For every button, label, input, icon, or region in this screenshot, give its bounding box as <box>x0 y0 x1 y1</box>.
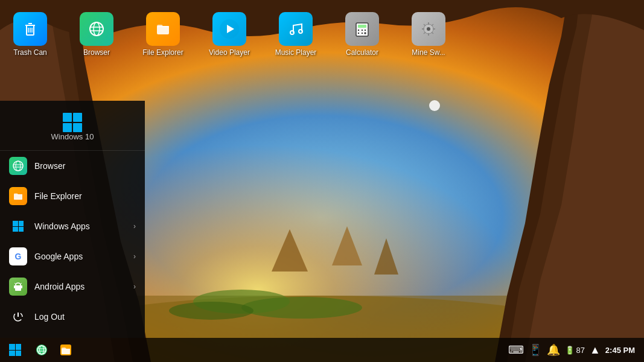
svg-point-4 <box>193 290 290 314</box>
fileexplorer-label: File Explorer <box>142 48 183 57</box>
svg-point-52 <box>16 284 18 285</box>
calculator-icon <box>345 12 379 46</box>
start-menu-item-androidapps[interactable]: Android Apps › <box>0 272 145 302</box>
start-menu-item-fileexplorer[interactable]: File Explorer <box>0 181 145 211</box>
windowsapps-menu-icon <box>9 217 27 235</box>
start-menu-item-browser[interactable]: Browser <box>0 151 145 181</box>
svg-point-7 <box>429 100 440 111</box>
svg-rect-18 <box>157 26 169 34</box>
notification-icon[interactable]: 🔔 <box>547 343 560 357</box>
keyboard-icon[interactable]: ⌨ <box>508 343 524 357</box>
desktop-icon-browser[interactable]: Browser <box>72 12 121 57</box>
svg-rect-49 <box>14 194 22 200</box>
svg-point-14 <box>90 22 103 36</box>
windowsapps-menu-arrow: › <box>133 222 136 230</box>
battery-indicator[interactable]: 🔋 87 <box>565 346 585 355</box>
svg-point-22 <box>299 30 302 33</box>
svg-point-46 <box>16 161 21 171</box>
desktop-icons-container: Trash Can Browser File Explorer <box>0 0 644 57</box>
svg-line-41 <box>424 24 426 26</box>
fileexplorer-menu-label: File Explorer <box>34 191 136 201</box>
svg-line-42 <box>432 32 433 34</box>
desktop-icon-calculator[interactable]: Calculator <box>338 12 386 57</box>
desktop-icon-minesweeper[interactable]: Mine Sw... <box>404 12 453 57</box>
show-hidden-icon[interactable]: ▲ <box>590 344 601 357</box>
desktop-icon-fileexplorer[interactable]: File Explorer <box>139 12 187 57</box>
svg-point-53 <box>19 284 20 285</box>
androidapps-menu-label: Android Apps <box>34 282 133 291</box>
browser-menu-icon <box>9 157 27 175</box>
desktop-icon-videoplayer[interactable]: Video Player <box>205 12 253 57</box>
googleapps-menu-label: Google Apps <box>34 252 133 261</box>
start-button[interactable] <box>3 338 27 362</box>
start-menu-item-googleapps[interactable]: G Google Apps › <box>0 241 145 272</box>
clock-time: 2:45 PM <box>605 346 635 355</box>
windows-logo-large <box>63 113 82 132</box>
windowsapps-menu-label: Windows Apps <box>34 221 133 231</box>
svg-point-5 <box>241 297 362 319</box>
taskbar-pin-browser[interactable] <box>30 338 53 361</box>
musicplayer-label: Music Player <box>275 48 317 57</box>
browser-icon <box>80 12 113 46</box>
svg-line-44 <box>424 32 426 34</box>
svg-rect-64 <box>62 349 70 354</box>
svg-line-34 <box>365 33 366 34</box>
os-label: Windows 10 <box>51 132 94 141</box>
start-menu-header: Windows 10 <box>0 101 145 151</box>
svg-rect-51 <box>21 285 22 288</box>
battery-level: 87 <box>576 346 585 355</box>
taskbar-pinned <box>30 338 77 361</box>
svg-rect-50 <box>14 285 15 288</box>
svg-point-15 <box>94 22 100 36</box>
logout-menu-icon <box>9 308 27 326</box>
musicplayer-icon <box>279 12 313 46</box>
androidapps-menu-icon <box>9 278 27 296</box>
svg-point-45 <box>13 161 23 171</box>
svg-point-21 <box>290 31 294 34</box>
taskbar-pin-fileexplorer[interactable] <box>54 338 77 361</box>
system-clock[interactable]: 2:45 PM <box>605 346 635 355</box>
androidapps-menu-arrow: › <box>133 282 136 291</box>
tablet-icon[interactable]: 📱 <box>529 343 542 357</box>
minesweeper-icon <box>412 12 445 46</box>
googleapps-menu-icon: G <box>9 247 27 265</box>
start-menu-items: Browser File Explorer Windows Apps › G G… <box>0 151 145 332</box>
minesweeper-label: Mine Sw... <box>412 48 445 57</box>
windows-logo-taskbar <box>9 344 21 356</box>
trash-label: Trash Can <box>13 48 47 57</box>
videoplayer-icon <box>212 12 246 46</box>
logout-menu-label: Log Out <box>34 312 136 322</box>
googleapps-menu-arrow: › <box>133 252 136 261</box>
browser-label: Browser <box>83 48 110 57</box>
svg-line-43 <box>432 24 433 26</box>
browser-menu-label: Browser <box>34 161 136 171</box>
taskbar: ⌨ 📱 🔔 🔋 87 ▲ 2:45 PM <box>0 338 644 362</box>
desktop-icon-musicplayer[interactable]: Music Player <box>272 12 320 57</box>
trash-icon <box>13 12 47 46</box>
desktop-icon-trash[interactable]: Trash Can <box>6 12 54 57</box>
taskbar-system-tray: ⌨ 📱 🔔 🔋 87 ▲ 2:45 PM <box>508 343 641 357</box>
start-menu-item-windowsapps[interactable]: Windows Apps › <box>0 211 145 241</box>
fileexplorer-menu-icon <box>9 187 27 205</box>
svg-rect-24 <box>358 25 366 28</box>
start-menu-item-logout[interactable]: Log Out <box>0 302 145 332</box>
fileexplorer-icon <box>146 12 180 46</box>
start-menu: Windows 10 Browser File Explorer <box>0 101 145 338</box>
calculator-label: Calculator <box>346 48 378 57</box>
svg-point-36 <box>427 27 430 31</box>
videoplayer-label: Video Player <box>209 48 250 57</box>
svg-point-6 <box>169 302 253 320</box>
